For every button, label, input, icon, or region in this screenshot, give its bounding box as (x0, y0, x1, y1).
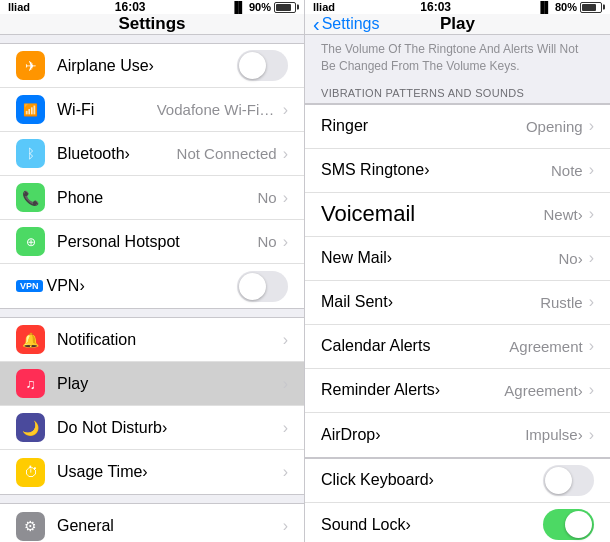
bluetooth-row[interactable]: ᛒ Bluetooth› Not Connected › (0, 132, 304, 176)
notification-row[interactable]: 🔔 Notification › (0, 318, 304, 362)
vpn-label: VPN› (47, 277, 237, 295)
soundlock-label: Sound Lock› (321, 516, 543, 534)
hotspot-row[interactable]: ⊕ Personal Hotspot No › (0, 220, 304, 264)
donotdisturb-row[interactable]: 🌙 Do Not Disturb› › (0, 406, 304, 450)
voicemail-row[interactable]: Voicemail Newt› › (305, 193, 610, 237)
bluetooth-label: Bluetooth› (57, 145, 177, 163)
newmail-chevron: › (589, 249, 594, 267)
airplane-icon: ✈ (16, 51, 45, 80)
vpn-row[interactable]: VPN VPN› (0, 264, 304, 308)
notification-label: Notification (57, 331, 283, 349)
left-group-3: ⚙ General › (0, 503, 304, 542)
calendaralerts-row[interactable]: Calendar Alerts Agreement › (305, 325, 610, 369)
ringer-row[interactable]: Ringer Opening › (305, 105, 610, 149)
voicemail-value: Newt› (544, 206, 583, 223)
hotspot-chevron: › (283, 233, 288, 251)
right-time: 16:03 (420, 0, 451, 14)
left-nav-bar: Settings (0, 14, 304, 35)
section-label-vibration: VIBRATION PATTERNS AND SOUNDS (305, 81, 610, 103)
vpn-toggle-thumb (239, 273, 266, 300)
info-area: The Volume Of The Ringtone And Alerts Wi… (305, 35, 610, 104)
right-battery-pct: 80% (555, 1, 577, 13)
calendaralerts-label: Calendar Alerts (321, 337, 509, 355)
left-group-1: ✈ Airplane Use› 📶 Wi-Fi Vodafone Wi-Fi B… (0, 43, 304, 309)
right-signal: ▐▌ (536, 1, 552, 13)
soundlock-toggle[interactable] (543, 509, 594, 540)
right-status-bar: lliad 16:03 ▐▌ 80% (305, 0, 610, 14)
right-panel: lliad 16:03 ▐▌ 80% ‹ Settings Play The V… (305, 0, 610, 542)
clickkeyboard-row[interactable]: Click Keyboard› (305, 459, 610, 503)
reminderalerts-row[interactable]: Reminder Alerts› Agreement› › (305, 369, 610, 413)
play-label: Play (57, 375, 283, 393)
general-icon: ⚙ (16, 512, 45, 541)
reminderalerts-value: Agreement› (504, 382, 582, 399)
mailsent-label: Mail Sent› (321, 293, 540, 311)
right-battery-icon (580, 2, 602, 13)
right-right-status: ▐▌ 80% (536, 1, 602, 13)
airplane-toggle[interactable] (237, 50, 288, 81)
clickkeyboard-label: Click Keyboard› (321, 471, 543, 489)
usagetime-icon: ⏱ (16, 458, 45, 487)
phone-label: Phone (57, 189, 257, 207)
wifi-label: Wi-Fi (57, 101, 157, 119)
back-label: Settings (322, 15, 380, 33)
smsringtone-value: Note (551, 162, 583, 179)
reminderalerts-label: Reminder Alerts› (321, 381, 504, 399)
left-battery-pct: 90% (249, 1, 271, 13)
usagetime-row[interactable]: ⏱ Usage Time› › (0, 450, 304, 494)
ringer-chevron: › (589, 117, 594, 135)
right-nav-bar: ‹ Settings Play (305, 14, 610, 35)
voicemail-chevron: › (589, 205, 594, 223)
smsringtone-chevron: › (589, 161, 594, 179)
newmail-label: New Mail› (321, 249, 559, 267)
ringer-label: Ringer (321, 117, 526, 135)
clickkeyboard-toggle[interactable] (543, 465, 594, 496)
left-group-2: 🔔 Notification › ♫ Play › 🌙 Do Not Distu… (0, 317, 304, 495)
general-label: General (57, 517, 283, 535)
back-button[interactable]: ‹ Settings (313, 14, 379, 34)
calendaralerts-chevron: › (589, 337, 594, 355)
newmail-value: No› (559, 250, 583, 267)
ringer-value: Opening (526, 118, 583, 135)
hotspot-icon: ⊕ (16, 227, 45, 256)
voicemail-label: Voicemail (321, 201, 544, 227)
mailsent-value: Rustle (540, 294, 583, 311)
back-chevron-icon: ‹ (313, 14, 320, 34)
airplane-row[interactable]: ✈ Airplane Use› (0, 44, 304, 88)
phone-row[interactable]: 📞 Phone No › (0, 176, 304, 220)
general-row[interactable]: ⚙ General › (0, 504, 304, 542)
right-nav-title: Play (440, 14, 475, 34)
airplane-label: Airplane Use› (57, 57, 237, 75)
reminderalerts-chevron: › (589, 381, 594, 399)
notification-chevron: › (283, 331, 288, 349)
left-battery-icon (274, 2, 296, 13)
left-signal: ▐▌ (230, 1, 246, 13)
phone-chevron: › (283, 189, 288, 207)
wifi-row[interactable]: 📶 Wi-Fi Vodafone Wi-Fi By Giuseppe› › (0, 88, 304, 132)
right-group-1: Ringer Opening › SMS Ringtone› Note › Vo… (305, 104, 610, 458)
soundlock-row[interactable]: Sound Lock› (305, 503, 610, 542)
right-battery-fill (582, 4, 596, 11)
airdrop-chevron: › (589, 426, 594, 444)
left-panel: lliad 16:03 ▐▌ 90% Settings ✈ Airplane U… (0, 0, 305, 542)
donotdisturb-icon: 🌙 (16, 413, 45, 442)
play-row[interactable]: ♫ Play › (0, 362, 304, 406)
newmail-row[interactable]: New Mail› No› › (305, 237, 610, 281)
usagetime-label: Usage Time› (57, 463, 283, 481)
vpn-toggle[interactable] (237, 271, 288, 302)
left-carrier: lliad (8, 1, 30, 13)
bluetooth-icon: ᛒ (16, 139, 45, 168)
smsringtone-label: SMS Ringtone› (321, 161, 551, 179)
notification-icon: 🔔 (16, 325, 45, 354)
play-chevron: › (283, 375, 288, 393)
airplane-toggle-thumb (239, 52, 266, 79)
mailsent-row[interactable]: Mail Sent› Rustle › (305, 281, 610, 325)
left-time: 16:03 (115, 0, 146, 14)
right-carrier: lliad (313, 1, 335, 13)
mailsent-chevron: › (589, 293, 594, 311)
hotspot-value: No (257, 233, 276, 250)
phone-value: No (257, 189, 276, 206)
airdrop-row[interactable]: AirDrop› Impulse› › (305, 413, 610, 457)
smsringtone-row[interactable]: SMS Ringtone› Note › (305, 149, 610, 193)
donotdisturb-chevron: › (283, 419, 288, 437)
